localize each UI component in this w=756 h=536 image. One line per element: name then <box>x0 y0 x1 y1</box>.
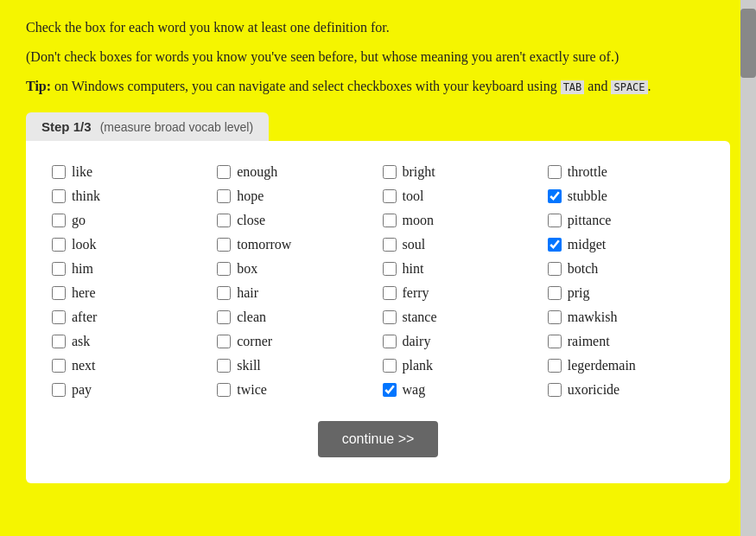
checkbox-bright[interactable] <box>383 165 397 179</box>
word-label-prig[interactable]: prig <box>568 285 590 301</box>
word-label-close[interactable]: close <box>237 213 265 228</box>
checkbox-close[interactable] <box>217 214 231 227</box>
checkbox-pay[interactable] <box>52 383 66 397</box>
checkbox-tool[interactable] <box>383 189 397 203</box>
checkbox-prig[interactable] <box>548 286 562 300</box>
word-label-stubble[interactable]: stubble <box>568 188 607 204</box>
checkbox-clean[interactable] <box>217 310 231 324</box>
word-label-skill[interactable]: skill <box>237 358 261 373</box>
continue-button[interactable]: continue >> <box>318 421 439 457</box>
word-label-dairy[interactable]: dairy <box>403 334 431 349</box>
scrollbar-thumb[interactable] <box>740 9 756 78</box>
word-label-enough[interactable]: enough <box>237 164 277 180</box>
word-label-box[interactable]: box <box>237 261 257 277</box>
checkbox-look[interactable] <box>52 238 66 252</box>
word-label-tool[interactable]: tool <box>403 188 424 204</box>
word-label-pittance[interactable]: pittance <box>568 213 612 228</box>
word-label-ask[interactable]: ask <box>72 334 90 349</box>
checkbox-tomorrow[interactable] <box>217 238 231 252</box>
word-label-legerdemain[interactable]: legerdemain <box>568 358 636 373</box>
word-item-legerdemain: legerdemain <box>548 355 704 376</box>
word-item-raiment: raiment <box>548 331 704 352</box>
word-label-stance[interactable]: stance <box>403 309 437 325</box>
checkbox-legerdemain[interactable] <box>548 359 562 373</box>
word-label-moon[interactable]: moon <box>403 213 434 228</box>
checkbox-ask[interactable] <box>52 335 66 348</box>
checkbox-dairy[interactable] <box>383 335 397 348</box>
word-label-hint[interactable]: hint <box>403 261 424 277</box>
word-label-hope[interactable]: hope <box>237 188 264 204</box>
checkbox-enough[interactable] <box>217 165 231 179</box>
word-label-go[interactable]: go <box>72 213 86 228</box>
checkbox-pittance[interactable] <box>548 214 562 227</box>
word-item-soul: soul <box>383 234 539 255</box>
word-item-next: next <box>52 355 208 376</box>
checkbox-mawkish[interactable] <box>548 310 562 324</box>
checkbox-corner[interactable] <box>217 335 231 348</box>
checkbox-here[interactable] <box>52 286 66 300</box>
word-label-look[interactable]: look <box>72 237 96 252</box>
word-item-mawkish: mawkish <box>548 307 704 328</box>
word-label-after[interactable]: after <box>72 309 97 325</box>
word-item-go: go <box>52 210 208 231</box>
checkbox-think[interactable] <box>52 189 66 203</box>
checkbox-like[interactable] <box>52 165 66 179</box>
word-label-throttle[interactable]: throttle <box>568 164 607 180</box>
word-label-next[interactable]: next <box>72 358 96 373</box>
scrollbar[interactable] <box>740 0 756 536</box>
word-label-hair[interactable]: hair <box>237 285 258 301</box>
word-item-pay: pay <box>52 380 208 400</box>
word-item-tomorrow: tomorrow <box>217 234 373 255</box>
word-label-soul[interactable]: soul <box>403 237 426 252</box>
checkbox-soul[interactable] <box>383 238 397 252</box>
intro-line2: (Don't check boxes for words you know yo… <box>26 47 730 67</box>
word-label-raiment[interactable]: raiment <box>568 334 610 349</box>
checkbox-raiment[interactable] <box>548 335 562 348</box>
checkbox-wag[interactable] <box>383 383 397 397</box>
checkbox-throttle[interactable] <box>548 165 562 179</box>
checkbox-plank[interactable] <box>383 359 397 373</box>
word-label-corner[interactable]: corner <box>237 334 272 349</box>
checkbox-go[interactable] <box>52 214 66 227</box>
word-label-like[interactable]: like <box>72 164 92 180</box>
checkbox-hint[interactable] <box>383 262 397 276</box>
word-label-clean[interactable]: clean <box>237 309 266 325</box>
word-label-midget[interactable]: midget <box>568 237 606 252</box>
word-label-botch[interactable]: botch <box>568 261 599 277</box>
word-label-here[interactable]: here <box>72 285 96 301</box>
step-label: Step 1/3 <box>41 119 92 134</box>
word-label-twice[interactable]: twice <box>237 382 267 398</box>
checkbox-next[interactable] <box>52 359 66 373</box>
checkbox-him[interactable] <box>52 262 66 276</box>
word-label-tomorrow[interactable]: tomorrow <box>237 237 291 252</box>
checkbox-hair[interactable] <box>217 286 231 300</box>
checkbox-botch[interactable] <box>548 262 562 276</box>
checkbox-twice[interactable] <box>217 383 231 397</box>
word-label-uxoricide[interactable]: uxoricide <box>568 382 619 398</box>
step-tab: Step 1/3 (measure broad vocab level) <box>26 112 269 141</box>
checkbox-ferry[interactable] <box>383 286 397 300</box>
word-label-him[interactable]: him <box>72 261 93 277</box>
word-label-plank[interactable]: plank <box>403 358 434 373</box>
checkbox-hope[interactable] <box>217 189 231 203</box>
word-label-pay[interactable]: pay <box>72 382 92 398</box>
word-label-ferry[interactable]: ferry <box>403 285 429 301</box>
word-item-corner: corner <box>217 331 373 352</box>
word-label-think[interactable]: think <box>72 188 100 204</box>
checkbox-after[interactable] <box>52 310 66 324</box>
checkbox-box[interactable] <box>217 262 231 276</box>
word-label-mawkish[interactable]: mawkish <box>568 309 618 325</box>
checkbox-moon[interactable] <box>383 214 397 227</box>
checkbox-midget[interactable] <box>548 238 562 252</box>
word-item-think: think <box>52 186 208 207</box>
checkbox-stubble[interactable] <box>548 189 562 203</box>
word-item-twice: twice <box>217 380 373 400</box>
word-item-moon: moon <box>383 210 539 231</box>
checkbox-stance[interactable] <box>383 310 397 324</box>
word-label-wag[interactable]: wag <box>403 382 426 398</box>
word-label-bright[interactable]: bright <box>403 164 435 180</box>
word-item-dairy: dairy <box>383 331 539 352</box>
word-item-hair: hair <box>217 283 373 303</box>
checkbox-skill[interactable] <box>217 359 231 373</box>
checkbox-uxoricide[interactable] <box>548 383 562 397</box>
